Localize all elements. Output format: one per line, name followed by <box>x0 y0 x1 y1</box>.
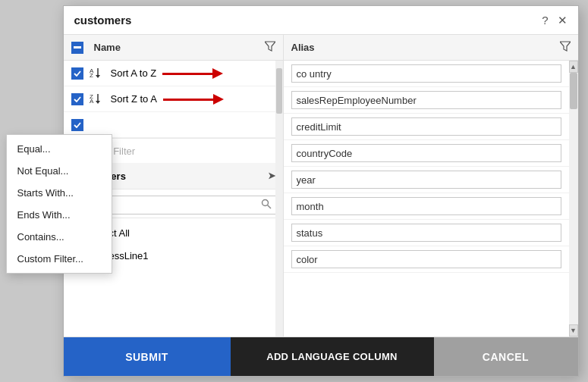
alias-item-7 <box>284 246 569 273</box>
scroll-thumb[interactable] <box>570 73 577 109</box>
alias-filter-icon[interactable] <box>560 41 571 54</box>
svg-text:Z: Z <box>90 72 93 78</box>
svg-marker-5 <box>96 75 100 78</box>
alias-column: Alias <box>284 35 578 337</box>
row3-checkbox[interactable] <box>71 119 83 131</box>
alias-item-3 <box>284 140 569 167</box>
add-language-button[interactable]: ADD LANGUAGE COLUMN <box>231 337 434 376</box>
sort-za-row-container: Z A Sort Z to A <box>64 86 283 112</box>
menu-item-not-equal[interactable]: Not Equal... <box>7 160 112 182</box>
alias-input-5[interactable] <box>291 197 561 215</box>
select-all-checkbox[interactable] <box>71 42 83 54</box>
alias-item-2 <box>284 114 569 140</box>
menu-item-starts-with[interactable]: Starts With... <box>7 182 112 204</box>
scroll-track[interactable] <box>569 73 578 324</box>
submit-button[interactable]: SUBMIT <box>64 337 231 376</box>
sort-za-label: Sort Z to A <box>111 93 157 105</box>
sort-az-label: Sort A to Z <box>111 67 157 79</box>
alias-item-4 <box>284 167 569 193</box>
svg-text:A: A <box>90 98 94 104</box>
svg-line-12 <box>267 205 271 209</box>
help-icon[interactable]: ? <box>542 14 548 27</box>
name-filter-icon[interactable] <box>265 41 275 54</box>
sort-az-icon: A Z <box>90 66 105 80</box>
dialog-body: Name <box>64 35 578 337</box>
svg-marker-13 <box>560 42 571 51</box>
alias-item-0 <box>284 61 569 87</box>
svg-marker-9 <box>96 101 100 104</box>
context-menu: Equal... Not Equal... Starts With... End… <box>6 134 112 274</box>
alias-list <box>284 61 578 337</box>
name-col-header: Name <box>64 35 283 61</box>
alias-input-7[interactable] <box>291 250 561 268</box>
dialog-title: customers <box>74 14 132 27</box>
menu-item-custom-filter[interactable]: Custom Filter... <box>7 248 112 270</box>
alias-item-6 <box>284 220 569 246</box>
alias-input-0[interactable] <box>291 64 561 83</box>
row2-checkbox[interactable] <box>71 93 83 105</box>
name-col-label: Name <box>94 42 121 53</box>
svg-rect-0 <box>74 46 81 49</box>
red-arrow-az <box>162 67 223 80</box>
scroll-up-arrow[interactable]: ▲ <box>569 61 578 73</box>
text-filters-chevron: ➤ <box>268 171 275 181</box>
list-scrollbar[interactable] <box>275 61 283 337</box>
list-scroll-thumb[interactable] <box>276 68 282 114</box>
alias-scrollbar[interactable]: ▲ ▼ <box>569 61 578 337</box>
alias-col-label: Alias <box>291 42 315 53</box>
alias-input-2[interactable] <box>291 117 561 136</box>
alias-col-header: Alias <box>284 35 578 61</box>
menu-item-ends-with[interactable]: Ends With... <box>7 204 112 226</box>
svg-point-11 <box>262 200 268 206</box>
alias-item-5 <box>284 193 569 220</box>
alias-item-1 <box>284 87 569 114</box>
sort-za-row[interactable]: Z A Sort Z to A <box>90 92 275 106</box>
close-icon[interactable]: ✕ <box>558 14 568 27</box>
dialog-footer: SUBMIT ADD LANGUAGE COLUMN CANCEL <box>64 337 578 376</box>
sort-row: A Z Sort A to Z <box>64 61 283 86</box>
menu-item-contains[interactable]: Contains... <box>7 226 112 248</box>
svg-marker-1 <box>265 42 275 51</box>
alias-input-3[interactable] <box>291 144 561 162</box>
search-icon <box>261 199 272 211</box>
titlebar-icons: ? ✕ <box>542 14 567 27</box>
sort-az-row[interactable]: A Z Sort A to Z <box>90 66 275 80</box>
menu-item-equal[interactable]: Equal... <box>7 138 112 160</box>
scroll-down-arrow[interactable]: ▼ <box>569 324 578 337</box>
row1-checkbox[interactable] <box>71 67 83 80</box>
cancel-button[interactable]: CANCEL <box>434 337 578 376</box>
red-arrow-za <box>163 92 224 106</box>
main-dialog: customers ? ✕ <box>63 5 579 377</box>
alias-input-1[interactable] <box>291 91 561 109</box>
dialog-titlebar: customers ? ✕ <box>64 6 578 35</box>
alias-input-4[interactable] <box>291 171 561 189</box>
sort-za-icon: Z A <box>90 92 105 106</box>
alias-input-6[interactable] <box>291 224 561 242</box>
